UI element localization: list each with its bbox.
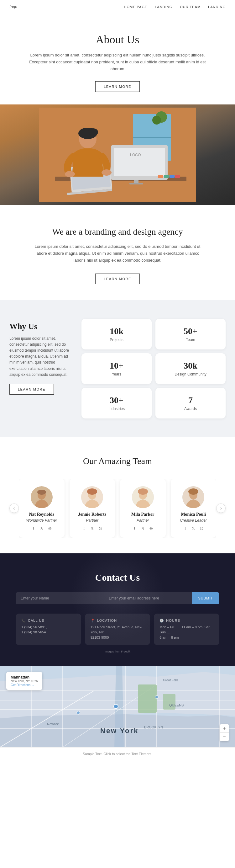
svg-rect-53	[163, 694, 175, 710]
instagram-icon-2[interactable]: ◎	[148, 526, 154, 531]
contact-title: Contact Us	[16, 572, 219, 583]
contact-name-input[interactable]	[16, 592, 104, 604]
why-us-description: Lorem ipsum dolor sit amet, consectetur …	[9, 336, 72, 378]
facebook-icon-1[interactable]: f	[81, 526, 87, 531]
stat-num-design-community: 30k	[162, 361, 219, 371]
contact-card-call-info: 1 (234) 567-891, 1 (234) 987-654	[21, 625, 75, 635]
team-card-3: Monica Pouli Creative Leader f 𝕏 ◎	[171, 479, 216, 538]
about-learn-more-button[interactable]: LEARN MORE	[95, 81, 140, 92]
svg-point-56	[77, 711, 80, 714]
team-card-2: Mila Parker Partner f 𝕏 ◎	[120, 479, 166, 538]
stat-num-industries: 30+	[88, 395, 145, 405]
team-member-name-1: Jennie Roberts	[74, 512, 110, 517]
navbar: logo HOME PAGE LANDING OUR TEAM LANDING	[0, 0, 235, 14]
nav-our-team[interactable]: OUR TEAM	[180, 5, 201, 9]
contact-submit-button[interactable]: SUBMIT	[192, 592, 219, 604]
contact-form: SUBMIT	[16, 592, 219, 604]
twitter-icon-0[interactable]: 𝕏	[39, 526, 44, 531]
contact-email-input[interactable]	[104, 592, 192, 604]
svg-text:BROOKLYN: BROOKLYN	[144, 725, 163, 729]
svg-point-30	[87, 489, 97, 495]
svg-rect-22	[164, 175, 169, 178]
footer-bar: Sample Text. Click to select the Text El…	[0, 747, 235, 760]
branding-title: We are a branding and design agency	[31, 227, 204, 237]
carousel-prev-button[interactable]: ‹	[9, 503, 19, 513]
avatar-0	[31, 486, 53, 508]
team-member-role-2: Partner	[125, 518, 161, 523]
instagram-icon-3[interactable]: ◎	[199, 526, 204, 531]
instagram-icon-1[interactable]: ◎	[97, 526, 103, 531]
social-icons-3: f 𝕏 ◎	[176, 526, 211, 531]
facebook-icon-3[interactable]: f	[182, 526, 188, 531]
svg-point-36	[188, 489, 198, 495]
svg-text:QUEENS: QUEENS	[169, 703, 183, 707]
stat-label-projects: Projects	[88, 338, 145, 342]
map-zoom-in-button[interactable]: +	[220, 724, 229, 733]
stat-card-awards: 7 Awards	[156, 388, 226, 418]
map-section: New York QUEENS BROOKLYN Newark Great Fa…	[0, 666, 235, 747]
branding-learn-more-button[interactable]: LEARN MORE	[95, 274, 140, 284]
stat-num-team: 50+	[162, 326, 219, 336]
about-description: Lorem ipsum dolor sit amet, consectetur …	[25, 52, 210, 72]
svg-point-5	[152, 116, 161, 125]
stat-label-industries: Industries	[88, 407, 145, 411]
branding-section: We are a branding and design agency Lore…	[0, 205, 235, 300]
svg-point-54	[114, 704, 118, 709]
svg-text:New York: New York	[100, 727, 138, 735]
carousel-next-button[interactable]: ›	[216, 503, 226, 513]
footer-text: Sample Text. Click to select the Text El…	[83, 752, 152, 756]
contact-card-hours-info: Mon – Fri ….. 11 am – 8 pm, Sat, Sun …… …	[160, 625, 214, 640]
team-member-role-3: Creative Leader	[176, 518, 211, 523]
team-member-name-2: Mila Parker	[125, 512, 161, 517]
avatar-2	[132, 486, 154, 508]
map-background: New York QUEENS BROOKLYN Newark Great Fa…	[0, 666, 235, 747]
contact-card-call: 📞 CALL US 1 (234) 567-891, 1 (234) 987-6…	[16, 614, 81, 645]
facebook-icon-2[interactable]: f	[132, 526, 138, 531]
twitter-icon-3[interactable]: 𝕏	[191, 526, 196, 531]
nav-landing1[interactable]: LANDING	[155, 5, 172, 9]
avatar-3	[182, 486, 204, 508]
stat-card-projects: 10k Projects	[81, 319, 152, 349]
twitter-icon-1[interactable]: 𝕏	[89, 526, 95, 531]
hero-image: LOGO	[0, 104, 235, 205]
why-us-left: Why Us Lorem ipsum dolor sit amet, conse…	[9, 319, 72, 395]
map-info-box: Manhattan New York, NY 1026 Get Directio…	[6, 672, 42, 690]
svg-rect-24	[175, 175, 180, 178]
twitter-icon-2[interactable]: 𝕏	[140, 526, 146, 531]
svg-text:Great Falls: Great Falls	[163, 679, 178, 682]
team-member-role-1: Partner	[74, 518, 110, 523]
social-icons-1: f 𝕏 ◎	[74, 526, 110, 531]
about-section: About Us Lorem ipsum dolor sit amet, con…	[0, 14, 235, 104]
team-member-name-0: Nat Reynolds	[24, 512, 60, 517]
branding-description: Lorem ipsum dolor sit amet, consectetur …	[31, 243, 204, 264]
team-card-1: Jennie Roberts Partner f 𝕏 ◎	[70, 479, 115, 538]
clock-icon: 🕐	[160, 619, 164, 623]
why-us-section: Why Us Lorem ipsum dolor sit amet, conse…	[0, 300, 235, 437]
why-us-learn-more-button[interactable]: LEARN MORE	[9, 384, 54, 395]
svg-rect-52	[138, 684, 157, 713]
logo: logo	[9, 4, 17, 9]
svg-text:LOGO: LOGO	[130, 153, 141, 157]
instagram-icon-0[interactable]: ◎	[47, 526, 53, 531]
contact-card-call-title: 📞 CALL US	[21, 619, 75, 623]
hero-image-inner: LOGO	[0, 104, 235, 205]
contact-section: Contact Us SUBMIT 📞 CALL US 1 (234) 567-…	[0, 553, 235, 666]
map-city: Manhattan	[11, 675, 38, 679]
stat-card-design-community: 30k Design Community	[156, 353, 226, 384]
map-zoom-out-button[interactable]: −	[220, 733, 229, 741]
team-section: Our Amazing Team ‹ Nat Reynolds Worldwid…	[0, 437, 235, 553]
map-directions-link[interactable]: Get Directions →	[11, 683, 34, 687]
stat-label-design-community: Design Community	[162, 372, 219, 376]
team-carousel: ‹ Nat Reynolds Worldwide Partner f 𝕏 ◎	[9, 479, 226, 538]
facebook-icon-0[interactable]: f	[31, 526, 36, 531]
contact-credit: Images from Freepik	[16, 650, 219, 653]
svg-rect-10	[129, 183, 143, 184]
phone-icon: 📞	[21, 619, 26, 623]
team-card-0: Nat Reynolds Worldwide Partner f 𝕏 ◎	[19, 479, 65, 538]
team-title: Our Amazing Team	[9, 456, 226, 466]
svg-text:Newark: Newark	[47, 722, 59, 726]
nav-home[interactable]: HOME PAGE	[124, 5, 147, 9]
svg-rect-8	[114, 148, 165, 176]
nav-landing2[interactable]: LANDING	[208, 5, 226, 9]
stat-card-years: 10+ Years	[81, 353, 152, 384]
